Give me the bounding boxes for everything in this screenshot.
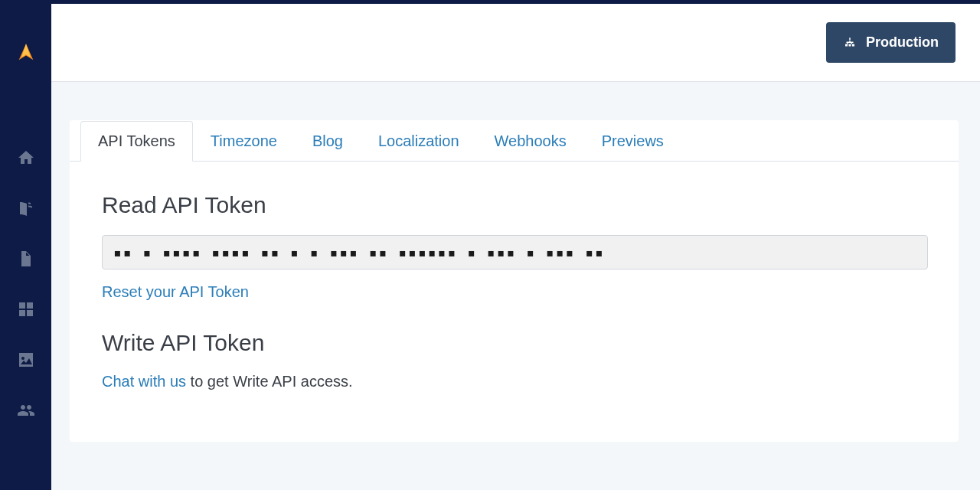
write-token-rest: to get Write API access. xyxy=(186,373,353,390)
tab-localization[interactable]: Localization xyxy=(361,121,477,162)
header: Production xyxy=(51,4,980,82)
sitemap-icon xyxy=(843,36,857,50)
settings-panel: API Tokens Timezone Blog Localization We… xyxy=(70,120,959,442)
tab-webhooks[interactable]: Webhooks xyxy=(477,121,584,162)
reset-token-link[interactable]: Reset your API Token xyxy=(102,283,249,300)
environment-button[interactable]: Production xyxy=(826,22,956,63)
users-icon[interactable] xyxy=(0,385,51,436)
home-icon[interactable] xyxy=(0,132,51,183)
tab-blog[interactable]: Blog xyxy=(295,121,361,162)
read-token-value[interactable]: ▪▪ ▪ ▪▪▪▪ ▪▪▪▪ ▪▪ ▪ ▪ ▪▪▪ ▪▪ ▪▪▪▪▪▪ ▪ ▪▪… xyxy=(102,235,928,270)
tabs: API Tokens Timezone Blog Localization We… xyxy=(70,120,959,162)
tab-timezone[interactable]: Timezone xyxy=(193,121,295,162)
environment-label: Production xyxy=(866,34,939,51)
main-region: Production API Tokens Timezone Blog Loca… xyxy=(51,0,980,490)
document-icon[interactable] xyxy=(0,234,51,284)
logo-icon xyxy=(15,42,37,64)
image-icon[interactable] xyxy=(0,335,51,385)
write-token-title: Write API Token xyxy=(102,330,928,356)
blog-icon[interactable] xyxy=(0,183,51,234)
read-token-title: Read API Token xyxy=(102,192,928,218)
sidebar xyxy=(0,0,51,490)
panel-body: Read API Token ▪▪ ▪ ▪▪▪▪ ▪▪▪▪ ▪▪ ▪ ▪ ▪▪▪… xyxy=(70,162,959,421)
tab-api-tokens[interactable]: API Tokens xyxy=(80,121,193,162)
write-token-text: Chat with us to get Write API access. xyxy=(102,373,928,390)
chat-with-us-link[interactable]: Chat with us xyxy=(102,373,186,390)
grid-icon[interactable] xyxy=(0,284,51,335)
tab-previews[interactable]: Previews xyxy=(584,121,681,162)
content-area: API Tokens Timezone Blog Localization We… xyxy=(51,82,980,442)
